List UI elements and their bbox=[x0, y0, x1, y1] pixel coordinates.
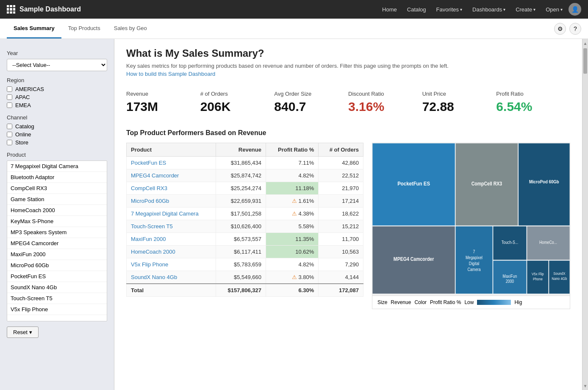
legend-gradient bbox=[477, 300, 511, 305]
kpi-orders-label: # of Orders bbox=[200, 91, 275, 97]
svg-text:HomeCo...: HomeCo... bbox=[539, 240, 557, 245]
content-area: What is My Sales Summary? Key sales metr… bbox=[114, 39, 582, 390]
cell-revenue: $25,874,742 bbox=[216, 169, 266, 182]
cell-profit: 4.82% bbox=[266, 169, 318, 182]
avatar[interactable]: 👤 bbox=[569, 3, 581, 16]
channel-online[interactable]: Online bbox=[7, 131, 107, 138]
nav-dashboards[interactable]: Dashboards ▾ bbox=[468, 5, 510, 14]
dashboards-caret: ▾ bbox=[503, 7, 505, 12]
table-row: MicroPod 60Gb$22,659,931⚠1.61%17,214 bbox=[127, 195, 363, 207]
list-item[interactable]: HomeCoach 2000 bbox=[7, 205, 107, 216]
list-item[interactable]: V5x Flip Phone bbox=[7, 304, 107, 315]
cell-orders: 42,860 bbox=[319, 157, 363, 169]
list-item[interactable]: Touch-Screen T5 bbox=[7, 293, 107, 304]
nav-favorites[interactable]: Favorites ▾ bbox=[432, 5, 466, 14]
total-profit: 6.30% bbox=[266, 284, 318, 297]
table-row: MaxiFun 2000$6,573,55711.35%11,700 bbox=[127, 233, 363, 246]
nav-catalog[interactable]: Catalog bbox=[403, 5, 430, 14]
treemap-svg: PocketFun ES CompCell RX3 MicroPod 60Gb … bbox=[372, 143, 570, 296]
nav-open[interactable]: Open ▾ bbox=[541, 5, 567, 14]
cell-orders: 4,144 bbox=[319, 271, 363, 284]
cell-product[interactable]: CompCell RX3 bbox=[127, 182, 216, 195]
scrollbar-thumb[interactable] bbox=[583, 48, 587, 74]
tab-sales-by-geo[interactable]: Sales by Geo bbox=[107, 19, 154, 39]
col-profit: Profit Ratio % bbox=[266, 143, 318, 157]
list-item[interactable]: KeyMax S-Phone bbox=[7, 216, 107, 227]
cell-product[interactable]: MPEG4 Camcorder bbox=[127, 169, 216, 182]
legend-revenue-label: Revenue bbox=[391, 299, 411, 305]
table-row: V5x Flip Phone$5,783,6594.82%7,290 bbox=[127, 258, 363, 271]
cell-profit: 5.58% bbox=[266, 220, 318, 233]
nav-home[interactable]: Home bbox=[378, 5, 401, 14]
table-row: CompCell RX3$25,254,27411.18%21,970 bbox=[127, 182, 363, 195]
table-total-row: Total $157,806,327 6.30% 172,087 bbox=[127, 284, 363, 297]
cell-product[interactable]: Touch-Screen T5 bbox=[127, 220, 216, 233]
help-icon[interactable]: ? bbox=[569, 23, 581, 35]
tab-sales-summary[interactable]: Sales Summary bbox=[7, 19, 61, 39]
list-item[interactable]: MPEG4 Camcorder bbox=[7, 238, 107, 249]
table-row: PocketFun ES$31,865,4347.11%42,860 bbox=[127, 157, 363, 169]
page-subtitle: Key sales metrics for top performing pro… bbox=[126, 63, 570, 69]
cell-revenue: $31,865,434 bbox=[216, 157, 266, 169]
table-row: Touch-Screen T5$10,626,4005.58%15,212 bbox=[127, 220, 363, 233]
svg-text:SoundX: SoundX bbox=[553, 271, 565, 276]
svg-text:MicroPod 60Gb: MicroPod 60Gb bbox=[529, 179, 559, 184]
reset-button[interactable]: Reset ▾ bbox=[7, 326, 39, 338]
svg-text:2000: 2000 bbox=[506, 279, 514, 284]
tabs-bar: Sales Summary Top Products Sales by Geo … bbox=[0, 19, 588, 39]
col-orders: # of Orders bbox=[319, 143, 363, 157]
cell-product[interactable]: MicroPod 60Gb bbox=[127, 195, 216, 207]
cell-product[interactable]: SoundX Nano 4Gb bbox=[127, 271, 216, 284]
svg-text:V5x Flip: V5x Flip bbox=[532, 272, 544, 277]
settings-icon[interactable]: ⚙ bbox=[554, 23, 566, 35]
tab-top-products[interactable]: Top Products bbox=[61, 19, 107, 39]
region-emea[interactable]: EMEA bbox=[7, 102, 107, 108]
list-item[interactable]: SoundX Nano 4Gb bbox=[7, 282, 107, 293]
scroll-up[interactable]: ▲ bbox=[582, 39, 588, 47]
col-product: Product bbox=[127, 143, 216, 157]
cell-product[interactable]: V5x Flip Phone bbox=[127, 258, 216, 271]
warn-icon: ⚠ bbox=[292, 198, 297, 204]
table-wrapper: Product Revenue Profit Ratio % # of Orde… bbox=[126, 143, 363, 309]
list-item[interactable]: MicroPod 60Gb bbox=[7, 260, 107, 271]
page-title: What is My Sales Summary? bbox=[126, 47, 570, 59]
list-item[interactable]: MaxiFun 2000 bbox=[7, 249, 107, 260]
table-section-title: Top Product Performers Based on Revenue bbox=[126, 129, 570, 137]
channel-catalog[interactable]: Catalog bbox=[7, 123, 107, 130]
list-item[interactable]: CompCell RX3 bbox=[7, 183, 107, 194]
list-item[interactable]: PocketFun ES bbox=[7, 271, 107, 282]
cell-orders: 22,512 bbox=[319, 169, 363, 182]
cell-product[interactable]: PocketFun ES bbox=[127, 157, 216, 169]
cell-profit: 10.62% bbox=[266, 246, 318, 258]
region-apac[interactable]: APAC bbox=[7, 94, 107, 100]
list-item[interactable]: 7 Megapixel Digital Camera bbox=[7, 161, 107, 172]
region-americas[interactable]: AMERICAS bbox=[7, 86, 107, 92]
list-item[interactable]: Bluetooth Adaptor bbox=[7, 172, 107, 183]
nav-create[interactable]: Create ▾ bbox=[511, 5, 540, 14]
scroll-down[interactable]: ▼ bbox=[582, 382, 588, 390]
page-link[interactable]: How to build this Sample Dashboard bbox=[126, 71, 215, 77]
cell-orders: 10,563 bbox=[319, 246, 363, 258]
navbar-nav: Home Catalog Favorites ▾ Dashboards ▾ Cr… bbox=[378, 3, 581, 16]
svg-text:Phone: Phone bbox=[533, 277, 543, 282]
list-item[interactable]: MP3 Speakers System bbox=[7, 227, 107, 238]
channel-store[interactable]: Store bbox=[7, 139, 107, 146]
svg-text:PocketFun ES: PocketFun ES bbox=[397, 180, 430, 187]
list-item[interactable]: Game Station bbox=[7, 194, 107, 205]
kpi-profit: Profit Ratio 6.54% bbox=[496, 87, 570, 117]
create-caret: ▾ bbox=[533, 7, 535, 12]
cell-product[interactable]: MaxiFun 2000 bbox=[127, 233, 216, 246]
cell-product[interactable]: HomeCoach 2000 bbox=[127, 246, 216, 258]
treemap-wrapper: PocketFun ES CompCell RX3 MicroPod 60Gb … bbox=[372, 143, 570, 309]
cell-orders: 11,700 bbox=[319, 233, 363, 246]
cell-product[interactable]: 7 Megapixel Digital Camera bbox=[127, 207, 216, 220]
product-scroll[interactable]: 7 Megapixel Digital Camera Bluetooth Ada… bbox=[7, 160, 107, 321]
cell-profit: ⚠3.80% bbox=[266, 271, 318, 284]
product-list: 7 Megapixel Digital Camera Bluetooth Ada… bbox=[7, 160, 107, 321]
year-select[interactable]: --Select Value-- bbox=[7, 59, 107, 71]
right-scrollbar[interactable]: ▲ ▼ bbox=[582, 39, 588, 390]
grid-icon bbox=[7, 5, 15, 14]
kpi-revenue: Revenue 173M bbox=[126, 87, 200, 117]
kpi-revenue-value: 173M bbox=[126, 100, 200, 114]
region-label: Region bbox=[7, 77, 107, 83]
